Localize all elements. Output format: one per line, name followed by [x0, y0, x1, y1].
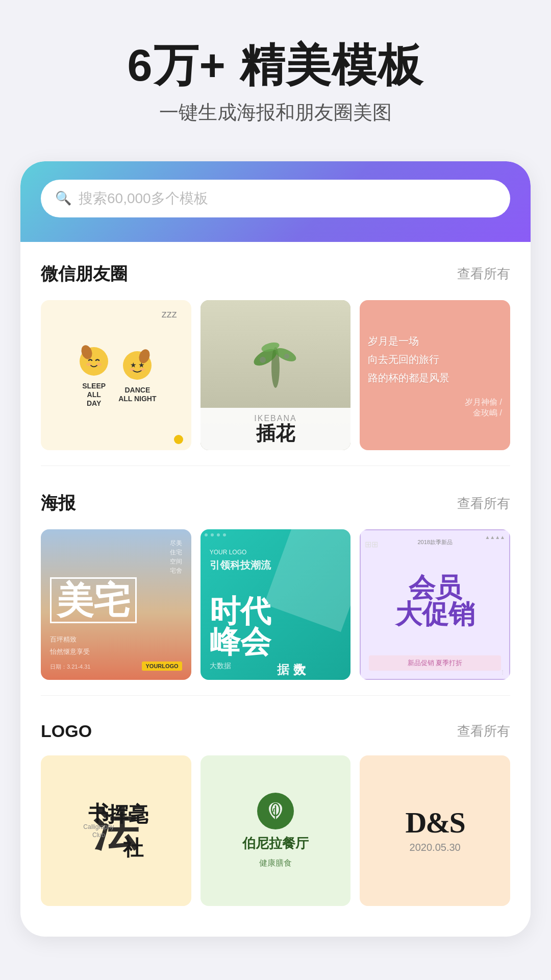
logo-section-header: LOGO 查看所有 — [41, 721, 510, 741]
poster-section: 海报 查看所有 尽美住宅空间宅舍 美宅 百坪精致怡然惬意享受 日期：3.21-4… — [20, 471, 531, 690]
svg-point-3 — [96, 363, 102, 366]
poster-template-1[interactable]: 尽美住宅空间宅舍 美宅 百坪精致怡然惬意享受 日期：3.21-4.31 YOUR… — [41, 529, 191, 680]
search-icon: 🔍 — [55, 190, 71, 206]
svg-point-14 — [260, 357, 266, 363]
logo-section-more[interactable]: 查看所有 — [457, 722, 510, 740]
svg-point-2 — [86, 363, 91, 366]
logo-section: LOGO 查看所有 法 书 CalligraphyClub 挥 — [20, 701, 531, 916]
logo-templates-grid: 法 书 CalligraphyClub 挥毫 社 — [41, 755, 510, 906]
wechat-section-header: 微信朋友圈 查看所有 — [41, 262, 510, 286]
wechat-section-title: 微信朋友圈 — [41, 262, 128, 286]
logo-template-2[interactable]: 伯尼拉餐厅 健康膳食 — [201, 755, 351, 906]
svg-point-15 — [284, 354, 289, 359]
wechat-section: 微信朋友圈 查看所有 zzz — [20, 242, 531, 461]
poster-section-more[interactable]: 查看所有 — [457, 495, 510, 512]
search-bar[interactable]: 🔍 搜索60,000多个模板 — [41, 180, 510, 217]
hero-title: 6万+ 精美模板 — [31, 41, 520, 90]
hero-section: 6万+ 精美模板 一键生成海报和朋友圈美图 — [0, 0, 551, 146]
poster-section-header: 海报 查看所有 — [41, 492, 510, 515]
wechat-template-2[interactable]: IKEBANA 插花 — [201, 300, 351, 451]
search-header: 🔍 搜索60,000多个模板 — [20, 161, 531, 242]
wechat-templates-grid: zzz — [41, 300, 510, 451]
logo-template-3[interactable]: D&S 2020.05.30 — [360, 755, 510, 906]
divider-1 — [41, 465, 510, 466]
svg-point-8 — [130, 368, 135, 371]
wechat-template-3[interactable]: 岁月是一场向去无回的旅行路的杯的都是风景 岁月神偷 /金玫嶋 / — [360, 300, 510, 451]
app-card: 🔍 搜索60,000多个模板 微信朋友圈 查看所有 zzz — [20, 161, 531, 937]
logo-template-1[interactable]: 法 书 CalligraphyClub 挥毫 社 — [41, 755, 191, 906]
poster-template-2[interactable]: YOUR LOGO 引领科技潮流 时代峰会 大数据 大数据 — [201, 529, 351, 680]
svg-text:★: ★ — [130, 361, 137, 369]
divider-2 — [41, 695, 510, 696]
svg-text:★: ★ — [138, 361, 145, 369]
wechat-section-more[interactable]: 查看所有 — [457, 265, 510, 283]
poster-template-3[interactable]: ▲▲▲▲ ⊞⊞ 2018款季新品 会员大促销 新品促销 夏季打折 ⋮ — [360, 529, 510, 680]
svg-point-9 — [140, 368, 145, 371]
poster-section-title: 海报 — [41, 492, 76, 515]
hero-subtitle: 一键生成海报和朋友圈美图 — [31, 100, 520, 126]
logo-section-title: LOGO — [41, 721, 92, 741]
search-placeholder: 搜索60,000多个模板 — [79, 189, 208, 208]
poster-templates-grid: 尽美住宅空间宅舍 美宅 百坪精致怡然惬意享受 日期：3.21-4.31 YOUR… — [41, 529, 510, 680]
wechat-template-1[interactable]: zzz — [41, 300, 191, 451]
